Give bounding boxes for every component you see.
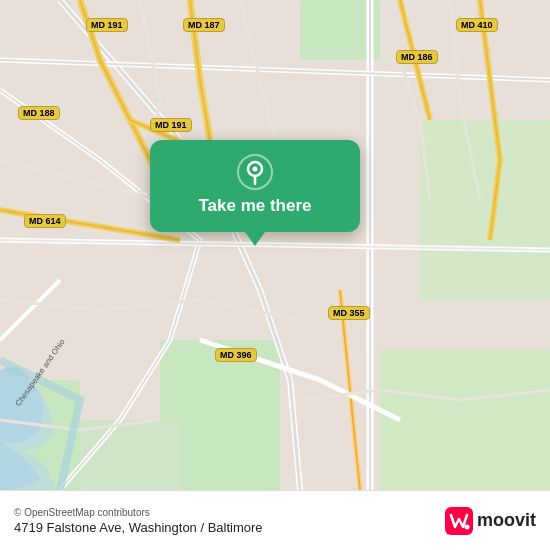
address-text: 4719 Falstone Ave, Washington / Baltimor…: [14, 520, 263, 535]
moovit-text: moovit: [477, 510, 536, 531]
location-pin-icon: [237, 154, 273, 190]
shield-md396: MD 396: [215, 348, 257, 362]
svg-rect-2: [420, 120, 550, 300]
bottom-bar: © OpenStreetMap contributors 4719 Falsto…: [0, 490, 550, 550]
shield-md188: MD 188: [18, 106, 60, 120]
svg-rect-4: [380, 350, 550, 490]
map-container: Chesapeake and Ohio MD 191 MD 187 MD 410…: [0, 0, 550, 490]
shield-md187: MD 187: [183, 18, 225, 32]
copyright-text: © OpenStreetMap contributors: [14, 507, 263, 518]
moovit-icon: [445, 507, 473, 535]
shield-md355: MD 355: [328, 306, 370, 320]
shield-md186: MD 186: [396, 50, 438, 64]
moovit-logo: moovit: [445, 507, 536, 535]
svg-point-12: [464, 524, 469, 529]
bottom-left: © OpenStreetMap contributors 4719 Falsto…: [14, 507, 263, 535]
shield-md191-mid: MD 191: [150, 118, 192, 132]
svg-rect-6: [80, 420, 180, 490]
shield-md614: MD 614: [24, 214, 66, 228]
shield-md191-top: MD 191: [86, 18, 128, 32]
tooltip-label: Take me there: [198, 196, 311, 216]
tooltip-popup[interactable]: Take me there: [150, 140, 360, 232]
shield-md410: MD 410: [456, 18, 498, 32]
map-svg: Chesapeake and Ohio: [0, 0, 550, 490]
svg-point-10: [253, 167, 258, 172]
